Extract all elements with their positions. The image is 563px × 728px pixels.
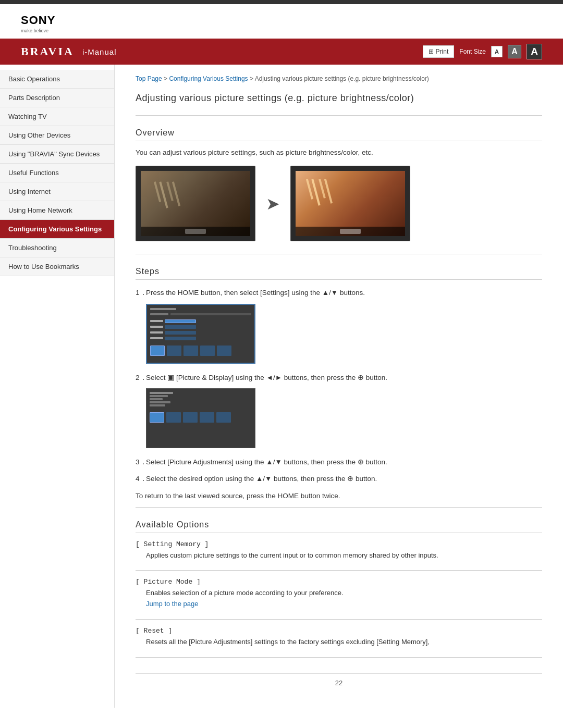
nav-right-controls: ⊞ Print Font Size A A A <box>423 44 542 59</box>
option-picture-mode-title: [ Picture Mode ] <box>136 578 542 586</box>
jump-to-page-link[interactable]: Jump to the page <box>146 600 198 608</box>
step-3-text: Select [Picture Adjustments] using the ▲… <box>146 458 387 466</box>
sidebar-item-using-bravia-sync[interactable]: Using "BRAVIA" Sync Devices <box>0 145 114 164</box>
sidebar-item-label: Using Internet <box>8 188 51 195</box>
sidebar-item-label: Parts Description <box>8 94 60 102</box>
sidebar-item-useful-functions[interactable]: Useful Functions <box>0 164 114 182</box>
step-2-text: Select ▣ [Picture & Display] using the ◄… <box>146 374 387 381</box>
logo-area: SONY make.believe <box>0 4 563 39</box>
print-label: Print <box>436 48 449 55</box>
step-2-num: 2． <box>136 372 147 384</box>
bottom-divider <box>136 657 542 658</box>
option-divider-1 <box>136 570 542 571</box>
sidebar-item-label: Using "BRAVIA" Sync Devices <box>8 150 100 158</box>
font-size-label: Font Size <box>459 48 486 55</box>
flag-b4 <box>324 179 333 203</box>
sony-tagline: make.believe <box>21 28 55 33</box>
tv-image-dark <box>136 166 255 241</box>
step-1: 1． Press the HOME button, then select [S… <box>136 287 542 299</box>
page-number: 22 <box>136 673 542 687</box>
step-2: 2． Select ▣ [Picture & Display] using th… <box>136 372 542 384</box>
sidebar-item-label: Watching TV <box>8 113 47 120</box>
print-button[interactable]: ⊞ Print <box>423 45 455 58</box>
main-content: Top Page > Configuring Various Settings … <box>115 65 563 708</box>
font-large-button[interactable]: A <box>527 44 542 59</box>
flags-decoration <box>156 181 177 208</box>
breadcrumb-configuring[interactable]: Configuring Various Settings <box>169 75 248 82</box>
option-setting-memory: [ Setting Memory ] Applies custom pictur… <box>136 540 542 561</box>
sidebar-item-configuring-various-settings[interactable]: Configuring Various Settings <box>0 220 114 239</box>
screen-bottom-dark <box>141 227 250 236</box>
overview-text: You can adjust various picture settings,… <box>136 149 542 156</box>
option-picture-mode-desc: Enables selection of a picture mode acco… <box>136 588 542 610</box>
font-medium-button[interactable]: A <box>508 45 521 58</box>
sidebar-item-parts-description[interactable]: Parts Description <box>0 89 114 107</box>
step-1-image <box>146 304 542 364</box>
option-picture-mode: [ Picture Mode ] Enables selection of a … <box>136 578 542 610</box>
imanual-label: i-Manual <box>82 47 117 56</box>
sidebar-item-label: Using Other Devices <box>8 131 70 139</box>
font-small-button[interactable]: A <box>491 46 503 57</box>
fake-screen-bright <box>296 171 405 236</box>
sidebar-item-label: Troubleshooting <box>8 244 57 252</box>
flag-4 <box>172 181 180 206</box>
settings-screenshot-1 <box>146 304 255 364</box>
tv-screen-bright <box>296 171 405 236</box>
sidebar-item-label: Using Home Network <box>8 206 72 214</box>
breadcrumb-sep1: > <box>164 75 169 82</box>
overview-divider <box>136 115 542 116</box>
step-4-text: Select the desired option using the ▲/▼ … <box>146 475 377 483</box>
print-icon: ⊞ <box>429 48 434 55</box>
sidebar-item-using-home-network[interactable]: Using Home Network <box>0 201 114 220</box>
step-3-num: 3． <box>136 456 147 468</box>
sidebar-item-troubleshooting[interactable]: Troubleshooting <box>0 239 114 257</box>
image-row: ➤ <box>136 166 542 241</box>
sidebar-item-label: Basic Operations <box>8 75 60 83</box>
option-divider-2 <box>136 619 542 620</box>
page-title: Adjusting various picture settings (e.g.… <box>136 92 542 105</box>
breadcrumb: Top Page > Configuring Various Settings … <box>136 75 542 82</box>
bravia-logo: BRAVIA <box>21 45 74 58</box>
sidebar-item-watching-tv[interactable]: Watching TV <box>0 107 114 126</box>
screen-bottom-bright <box>296 227 405 236</box>
breadcrumb-current: Adjusting various picture settings (e.g.… <box>255 75 429 82</box>
step-2-image <box>146 388 542 448</box>
sidebar-item-basic-operations[interactable]: Basic Operations <box>0 70 114 89</box>
sony-logo: SONY <box>21 14 55 27</box>
sidebar-item-label: Configuring Various Settings <box>8 225 102 233</box>
top-bar <box>0 0 563 4</box>
option-reset: [ Reset ] Resets all the [Picture Adjust… <box>136 627 542 648</box>
steps-divider <box>136 254 542 254</box>
fake-screen-dark <box>141 171 250 236</box>
tv-screen-dark <box>141 171 250 236</box>
option-reset-desc: Resets all the [Picture Adjustments] set… <box>136 637 542 648</box>
flags-decoration-bright <box>309 179 329 206</box>
available-divider <box>136 507 542 508</box>
arrow-right: ➤ <box>266 194 280 214</box>
option-reset-title: [ Reset ] <box>136 627 542 635</box>
sidebar-item-label: How to Use Bookmarks <box>8 263 79 270</box>
settings-screenshot-2 <box>146 388 255 448</box>
steps-heading: Steps <box>136 267 542 280</box>
tv-image-bright <box>290 166 410 241</box>
return-text: To return to the last viewed source, pre… <box>136 492 542 500</box>
step-1-text: Press the HOME button, then select [Sett… <box>146 289 365 297</box>
step-3: 3． Select [Picture Adjustments] using th… <box>136 456 542 468</box>
main-layout: Basic Operations Parts Description Watch… <box>0 65 563 708</box>
step-4: 4． Select the desired option using the ▲… <box>136 473 542 485</box>
available-heading: Available Options <box>136 520 542 533</box>
nav-bar: BRAVIA i-Manual ⊞ Print Font Size A A A <box>0 39 563 65</box>
screen-ctrl-bright <box>340 229 361 234</box>
screen-ctrl-dark <box>185 229 206 234</box>
sidebar-item-how-to-use-bookmarks[interactable]: How to Use Bookmarks <box>0 257 114 276</box>
option-setting-memory-desc: Applies custom picture settings to the c… <box>136 550 542 561</box>
step-4-num: 4． <box>136 473 147 485</box>
sidebar-item-using-other-devices[interactable]: Using Other Devices <box>0 126 114 145</box>
sidebar-item-label: Useful Functions <box>8 169 59 177</box>
sidebar: Basic Operations Parts Description Watch… <box>0 65 115 708</box>
breadcrumb-sep2: > <box>250 75 255 82</box>
option-setting-memory-title: [ Setting Memory ] <box>136 540 542 548</box>
breadcrumb-top-page[interactable]: Top Page <box>136 75 162 82</box>
sidebar-item-using-internet[interactable]: Using Internet <box>0 182 114 201</box>
step-1-num: 1． <box>136 287 147 299</box>
